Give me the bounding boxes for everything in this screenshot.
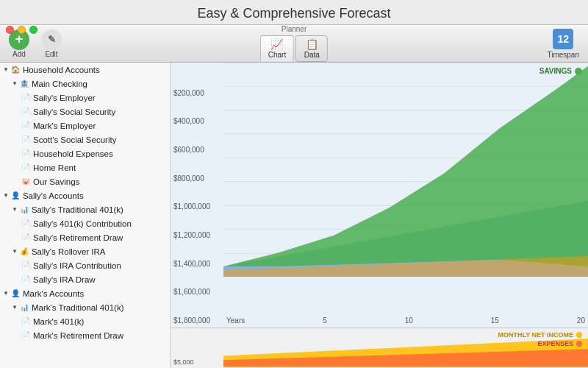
expenses-legend-item: EXPENSES: [537, 340, 582, 347]
sidebar-label: Sally's 401(k) Contribution: [33, 219, 132, 228]
y-axis-labels: $1,800,000 $1,600,000 $1,400,000 $1,200,…: [171, 63, 223, 328]
close-button[interactable]: [6, 26, 14, 34]
toolbar: + Add ✎ Edit Planner 📈 Chart 📋 Data 12 T…: [0, 24, 588, 63]
expand-icon: ▼: [3, 192, 9, 199]
bottom-legend: MONTHLY NET INCOME EXPENSES: [498, 331, 582, 347]
sidebar-item-sallys-401k-contribution[interactable]: 📄 Sally's 401(k) Contribution: [0, 216, 170, 230]
tab-data[interactable]: 📋 Data: [295, 35, 328, 62]
expand-icon: ▼: [3, 66, 9, 73]
expenses-dot: [576, 341, 582, 347]
sidebar-label: Mark's Accounts: [23, 289, 84, 298]
doc-icon: 📄: [21, 121, 31, 131]
sidebar-item-marks-employer[interactable]: 📄 Mark's Employer: [0, 118, 170, 132]
sidebar-item-household-accounts[interactable]: ▼ 🏠 Household Accounts: [0, 63, 170, 77]
y-label: $400,000: [173, 117, 220, 125]
house-icon: 🏠: [10, 65, 21, 75]
sidebar-label: Scott's Social Security: [33, 135, 116, 144]
expand-icon: ▼: [12, 248, 18, 255]
main-chart: $1,800,000 $1,600,000 $1,400,000 $1,200,…: [171, 63, 588, 328]
sidebar-item-sallys-employer[interactable]: 📄 Sally's Employer: [0, 91, 170, 105]
doc-icon: 📄: [21, 149, 31, 159]
bank-icon: 🏦: [19, 79, 29, 89]
y-label: $1,200,000: [173, 231, 220, 239]
person-icon: 👤: [10, 289, 21, 299]
data-tab-label: Data: [304, 51, 320, 59]
timespan-button[interactable]: 12 Timespan: [547, 29, 579, 59]
sidebar-label: Mark's 401(k): [33, 317, 84, 326]
timespan-icon: 12: [553, 29, 573, 49]
sidebar-label: Home Rent: [33, 163, 76, 172]
x-label: Years: [226, 316, 245, 325]
sidebar-item-marks-accounts[interactable]: ▼ 👤 Mark's Accounts: [0, 286, 170, 300]
y-label: $600,000: [173, 146, 220, 154]
sidebar-item-marks-401k-item[interactable]: 📄 Mark's 401(k): [0, 314, 170, 328]
page-title: Easy & Comprehensive Forecast: [0, 0, 588, 24]
maximize-button[interactable]: [29, 26, 37, 34]
sidebar-item-sallys-accounts[interactable]: ▼ 👤 Sally's Accounts: [0, 188, 170, 202]
sidebar-item-scotts-social-security[interactable]: 📄 Scott's Social Security: [0, 132, 170, 146]
sidebar-label: Main Checking: [32, 79, 87, 88]
sidebar-item-sallys-rollover-ira[interactable]: ▼ 💰 Sally's Rollover IRA: [0, 244, 170, 258]
y-label: $200,000: [173, 89, 220, 97]
expand-icon: ▼: [12, 206, 18, 213]
tab-chart[interactable]: 📈 Chart: [260, 35, 294, 62]
minimize-button[interactable]: [18, 26, 26, 34]
planner-label: Planner: [282, 25, 306, 33]
doc-icon: 📄: [21, 316, 31, 327]
sidebar-label: Sally's IRA Contribution: [33, 261, 121, 270]
expand-icon: ▼: [12, 80, 18, 87]
sidebar-label: Household Accounts: [23, 66, 100, 74]
sidebar-item-home-rent[interactable]: 📄 Home Rent: [0, 160, 170, 174]
doc-icon: 📄: [21, 330, 31, 341]
sidebar-item-sallys-social-security[interactable]: 📄 Sally's Social Security: [0, 105, 170, 118]
savings-dot: [575, 68, 582, 75]
income-legend-label: MONTHLY NET INCOME: [498, 331, 573, 339]
savings-legend-label: SAVINGS: [539, 67, 572, 75]
sidebar-label: Sally's Employer: [33, 93, 96, 102]
income-dot: [576, 332, 582, 338]
x-label: 20: [577, 316, 585, 325]
expenses-legend-label: EXPENSES: [537, 340, 573, 347]
sidebar-item-our-savings[interactable]: 🐷 Our Savings: [0, 174, 170, 188]
401k-icon: 📊: [19, 205, 29, 215]
sidebar-label: Mark's Employer: [33, 121, 96, 130]
expand-icon: ▼: [3, 290, 9, 297]
chart-area: $1,800,000 $1,600,000 $1,400,000 $1,200,…: [171, 63, 588, 368]
chart-tab-label: Chart: [268, 51, 286, 59]
x-label: 10: [405, 316, 413, 325]
ira-icon: 💰: [19, 247, 29, 257]
sidebar-label: Sally's Accounts: [23, 191, 84, 200]
traffic-lights: [6, 26, 37, 34]
401k-icon: 📊: [19, 302, 29, 313]
edit-label: Edit: [45, 50, 57, 58]
y-label: $1,000,000: [173, 202, 220, 210]
y-label: $1,800,000: [173, 316, 220, 325]
doc-icon: 📄: [21, 233, 31, 243]
y-label: $1,600,000: [173, 288, 220, 296]
doc-icon: 📄: [21, 261, 31, 271]
sidebar-item-household-expenses[interactable]: 📄 Household Expenses: [0, 146, 170, 160]
sidebar-label: Sally's Retirement Draw: [33, 233, 123, 242]
sidebar-item-marks-retirement-draw[interactable]: 📄 Mark's Retirement Draw: [0, 328, 170, 342]
edit-icon: ✎: [41, 29, 62, 50]
x-label: 5: [323, 316, 327, 325]
toolbar-center: Planner 📈 Chart 📋 Data: [260, 25, 328, 62]
person-icon: 👤: [10, 191, 21, 201]
sidebar-label: Sally's Traditional 401(k): [32, 205, 123, 214]
sidebar-item-sallys-ira-draw[interactable]: 📄 Sally's IRA Draw: [0, 272, 170, 286]
sidebar-item-main-checking[interactable]: ▼ 🏦 Main Checking: [0, 77, 170, 91]
sidebar-item-marks-401k[interactable]: ▼ 📊 Mark's Traditional 401(k): [0, 300, 170, 314]
doc-icon: 📄: [21, 275, 31, 285]
sidebar-item-sallys-ira-contribution[interactable]: 📄 Sally's IRA Contribution: [0, 258, 170, 272]
bottom-chart: $5,000 MONTHLY NET INCOME EXPENSES: [171, 328, 588, 368]
expand-icon: ▼: [12, 304, 18, 311]
timespan-label: Timespan: [547, 51, 579, 59]
sidebar-item-sallys-401k[interactable]: ▼ 📊 Sally's Traditional 401(k): [0, 202, 170, 216]
add-label: Add: [12, 50, 26, 58]
savings-legend-item: SAVINGS: [539, 67, 582, 75]
svg-marker-11: [223, 66, 588, 266]
chart-legend: SAVINGS: [539, 67, 582, 75]
data-icon: 📋: [306, 38, 318, 50]
sidebar-item-sallys-retirement-draw[interactable]: 📄 Sally's Retirement Draw: [0, 230, 170, 244]
edit-button[interactable]: ✎ Edit: [38, 29, 65, 58]
